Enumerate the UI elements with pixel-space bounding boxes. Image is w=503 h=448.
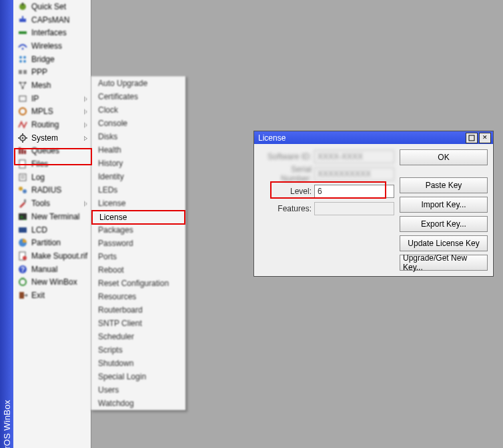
upgrade-get-key-button[interactable]: Upgrade/Get New Key... bbox=[400, 255, 488, 271]
svg-point-30 bbox=[19, 187, 23, 191]
submenu-item-reset-configuration[interactable]: Reset Configuration bbox=[91, 277, 185, 290]
submenu-item-packages[interactable]: Packages bbox=[91, 223, 185, 237]
mpls-icon bbox=[17, 106, 28, 117]
submenu-item-special-login[interactable]: Special Login bbox=[91, 370, 185, 383]
minimize-button[interactable] bbox=[466, 133, 478, 143]
sidebar-item-quickset[interactable]: Quick Set bbox=[13, 0, 91, 13]
sidebar-item-system[interactable]: System ▷ bbox=[13, 131, 91, 145]
sidebar-item-files[interactable]: Files bbox=[13, 157, 91, 171]
svg-rect-26 bbox=[19, 160, 25, 168]
system-submenu: Auto Upgrade Certificates Clock Console … bbox=[91, 76, 186, 411]
submenu-item-health[interactable]: Health bbox=[91, 143, 185, 157]
close-button[interactable]: ✕ bbox=[479, 133, 491, 143]
sidebar-item-manual[interactable]: ? Manual bbox=[13, 263, 91, 276]
interfaces-icon bbox=[17, 27, 28, 38]
import-key-button[interactable]: Import Key... bbox=[400, 197, 488, 213]
submenu-item-sntp-client[interactable]: SNTP Client bbox=[91, 317, 185, 330]
submenu-item-disks[interactable]: Disks bbox=[91, 130, 185, 143]
svg-point-41 bbox=[19, 279, 26, 285]
sidebar-item-lcd[interactable]: LCD bbox=[13, 223, 91, 237]
svg-rect-3 bbox=[22, 16, 23, 19]
sidebar-item-routing[interactable]: Routing ▷ bbox=[13, 118, 91, 131]
sidebar-item-wireless[interactable]: Wireless bbox=[13, 39, 91, 53]
sidebar-item-label: Bridge bbox=[31, 55, 88, 64]
sidebar-item-partition[interactable]: Partition bbox=[13, 236, 91, 249]
sidebar-item-log[interactable]: Log bbox=[13, 171, 91, 184]
dialog-titlebar[interactable]: License ✕ bbox=[254, 131, 493, 144]
submenu-item-clock[interactable]: Clock bbox=[91, 103, 185, 117]
submenu-item-history[interactable]: History bbox=[91, 157, 185, 170]
submenu-item-auto-upgrade[interactable]: Auto Upgrade bbox=[91, 77, 185, 90]
export-key-button[interactable]: Export Key... bbox=[400, 216, 488, 232]
svg-point-9 bbox=[23, 60, 26, 63]
submenu-item-ports[interactable]: Ports bbox=[91, 250, 185, 263]
submenu-item-leds[interactable]: LEDs bbox=[91, 183, 185, 197]
sidebar-item-ip[interactable]: IP ▷ bbox=[13, 92, 91, 105]
submenu-label: Shutdown bbox=[98, 359, 133, 368]
serial-row: Serial Number: XXXXXXXXXX bbox=[260, 167, 394, 181]
sidebar-item-label: Interfaces bbox=[31, 28, 88, 37]
sidebar-item-label: Files bbox=[31, 159, 88, 169]
ok-button[interactable]: OK bbox=[400, 149, 488, 165]
submenu-label: History bbox=[98, 159, 123, 168]
sidebar-item-radius[interactable]: RADIUS bbox=[13, 184, 91, 197]
radius-icon bbox=[17, 185, 28, 195]
svg-rect-24 bbox=[21, 149, 23, 154]
app-title: RouterOS WinBox bbox=[2, 400, 12, 448]
software-id-label: Software ID: bbox=[260, 152, 314, 161]
sidebar-item-capsman[interactable]: CAPsMAN bbox=[13, 13, 91, 27]
submenu-label: Identity bbox=[98, 172, 124, 181]
sidebar-item-interfaces[interactable]: Interfaces bbox=[13, 26, 91, 39]
submenu-item-watchdog[interactable]: Watchdog bbox=[91, 397, 185, 410]
submenu-item-scripts[interactable]: Scripts bbox=[91, 343, 185, 357]
sidebar-item-label: IP bbox=[31, 94, 83, 103]
svg-rect-11 bbox=[23, 70, 27, 74]
submenu-label: Password bbox=[98, 239, 133, 248]
sidebar-item-mesh[interactable]: Mesh bbox=[13, 79, 91, 92]
paste-key-button[interactable]: Paste Key bbox=[400, 177, 488, 193]
capsman-icon bbox=[17, 15, 28, 25]
submenu-item-license[interactable]: License bbox=[91, 197, 185, 210]
submenu-label: Resources bbox=[98, 292, 136, 301]
update-license-button[interactable]: Update License Key bbox=[400, 235, 488, 251]
btn-label: Upgrade/Get New Key... bbox=[403, 253, 484, 272]
sidebar-item-tools[interactable]: Tools ▷ bbox=[13, 197, 91, 210]
sidebar-item-bridge[interactable]: Bridge bbox=[13, 53, 91, 66]
sidebar-item-mpls[interactable]: MPLS ▷ bbox=[13, 105, 91, 119]
features-value bbox=[314, 202, 394, 215]
sidebar-item-make-supout[interactable]: Make Supout.rif bbox=[13, 249, 91, 263]
submenu-label: Users bbox=[98, 385, 119, 395]
license-dialog: License ✕ Software ID: XXXX-XXXX Serial … bbox=[254, 131, 494, 277]
sidebar-item-exit[interactable]: Exit bbox=[13, 289, 91, 302]
submenu-item-identity[interactable]: Identity bbox=[91, 170, 185, 183]
sidebar-item-label: Partition bbox=[31, 238, 88, 247]
btn-label: Import Key... bbox=[421, 200, 466, 209]
features-label: Features: bbox=[260, 204, 314, 213]
sidebar-item-new-terminal[interactable]: >_ New Terminal bbox=[13, 210, 91, 223]
sidebar-item-label: Wireless bbox=[31, 41, 88, 51]
sidebar-item-new-winbox[interactable]: New WinBox bbox=[13, 275, 91, 289]
svg-point-5 bbox=[22, 47, 24, 49]
svg-rect-23 bbox=[19, 147, 21, 154]
submenu-item-console[interactable]: Console bbox=[91, 117, 185, 130]
ip-icon bbox=[17, 93, 28, 104]
svg-point-31 bbox=[23, 189, 27, 193]
sidebar-item-label: System bbox=[31, 133, 83, 143]
svg-point-6 bbox=[19, 56, 22, 59]
submenu-item-resources[interactable]: Resources bbox=[91, 290, 185, 303]
submenu-item-routerboard[interactable]: Routerboard bbox=[91, 303, 185, 317]
submenu-item-users[interactable]: Users bbox=[91, 383, 185, 397]
svg-rect-25 bbox=[24, 150, 26, 154]
submenu-item-password[interactable]: Password bbox=[91, 237, 185, 250]
submenu-item-reboot[interactable]: Reboot bbox=[91, 263, 185, 277]
submenu-item-shutdown[interactable]: Shutdown bbox=[91, 357, 185, 370]
sidebar-item-queues[interactable]: Queues bbox=[13, 145, 91, 158]
submenu-label: Reset Configuration bbox=[98, 279, 169, 288]
svg-rect-4 bbox=[19, 31, 27, 34]
svg-point-16 bbox=[19, 108, 26, 115]
submenu-item-scheduler[interactable]: Scheduler bbox=[91, 330, 185, 343]
submenu-item-certificates[interactable]: Certificates bbox=[91, 90, 185, 103]
submenu-label: SNTP Client bbox=[98, 319, 142, 328]
sidebar-item-ppp[interactable]: PPP bbox=[13, 65, 91, 79]
btn-label: Paste Key bbox=[426, 181, 462, 190]
